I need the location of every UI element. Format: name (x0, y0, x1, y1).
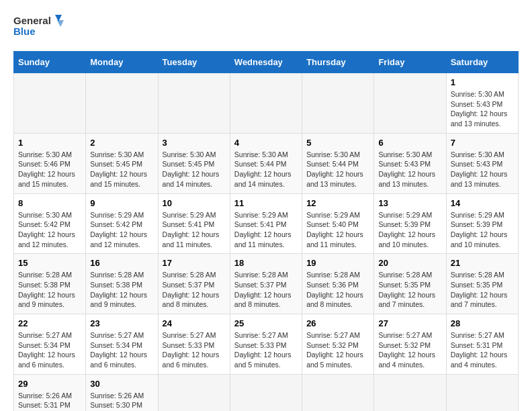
day-number: 15 (18, 258, 81, 268)
calendar-cell: 30Sunrise: 5:26 AMSunset: 5:30 PMDayligh… (86, 374, 158, 411)
day-number: 29 (18, 379, 81, 389)
day-number: 5 (306, 138, 369, 148)
day-number: 20 (378, 258, 441, 268)
day-number: 30 (90, 379, 153, 389)
calendar-cell: 21Sunrise: 5:28 AMSunset: 5:35 PMDayligh… (446, 254, 518, 314)
day-number: 22 (18, 318, 81, 328)
day-number: 14 (451, 198, 514, 208)
calendar-cell: 25Sunrise: 5:27 AMSunset: 5:33 PMDayligh… (230, 314, 302, 375)
day-info: Sunrise: 5:28 AMSunset: 5:38 PMDaylight:… (18, 270, 81, 310)
calendar-cell: 22Sunrise: 5:27 AMSunset: 5:34 PMDayligh… (14, 314, 86, 375)
day-number: 4 (234, 138, 298, 148)
day-info: Sunrise: 5:30 AMSunset: 5:43 PMDaylight:… (378, 150, 441, 189)
week-row-6: 29Sunrise: 5:26 AMSunset: 5:31 PMDayligh… (14, 374, 519, 411)
weekday-header-row: SundayMondayTuesdayWednesdayThursdayFrid… (14, 52, 519, 73)
day-info: Sunrise: 5:30 AMSunset: 5:42 PMDaylight:… (18, 210, 81, 250)
day-info: Sunrise: 5:29 AMSunset: 5:40 PMDaylight:… (306, 210, 369, 250)
weekday-header-wednesday: Wednesday (230, 52, 302, 73)
weekday-header-saturday: Saturday (446, 52, 518, 73)
weekday-header-tuesday: Tuesday (158, 52, 230, 73)
day-number: 26 (306, 318, 369, 328)
calendar-table: SundayMondayTuesdayWednesdayThursdayFrid… (13, 51, 519, 411)
calendar-cell: 27Sunrise: 5:27 AMSunset: 5:32 PMDayligh… (374, 314, 446, 375)
day-info: Sunrise: 5:27 AMSunset: 5:31 PMDaylight:… (451, 330, 514, 370)
day-number: 10 (163, 198, 226, 208)
calendar-cell: 5Sunrise: 5:30 AMSunset: 5:44 PMDaylight… (302, 133, 374, 193)
day-info: Sunrise: 5:27 AMSunset: 5:34 PMDaylight:… (90, 330, 153, 370)
day-number: 17 (163, 258, 226, 268)
day-info: Sunrise: 5:27 AMSunset: 5:32 PMDaylight:… (378, 330, 441, 370)
calendar-cell: 29Sunrise: 5:26 AMSunset: 5:31 PMDayligh… (14, 374, 86, 411)
day-info: Sunrise: 5:29 AMSunset: 5:41 PMDaylight:… (163, 210, 226, 250)
day-info: Sunrise: 5:30 AMSunset: 5:45 PMDaylight:… (90, 150, 153, 189)
day-number: 19 (306, 258, 369, 268)
weekday-header-sunday: Sunday (14, 52, 86, 73)
day-number: 2 (90, 138, 153, 148)
calendar-cell: 2Sunrise: 5:30 AMSunset: 5:45 PMDaylight… (86, 133, 158, 193)
calendar-cell: 18Sunrise: 5:28 AMSunset: 5:37 PMDayligh… (230, 254, 302, 314)
svg-marker-3 (57, 20, 64, 27)
calendar-cell: 10Sunrise: 5:29 AMSunset: 5:41 PMDayligh… (158, 193, 230, 254)
day-info: Sunrise: 5:27 AMSunset: 5:32 PMDaylight:… (306, 330, 369, 370)
svg-text:Blue: Blue (13, 26, 36, 37)
week-row-1: 1Sunrise: 5:30 AMSunset: 5:43 PMDaylight… (14, 73, 519, 134)
calendar-cell (230, 73, 302, 134)
day-number: 18 (234, 258, 298, 268)
calendar-cell: 1Sunrise: 5:30 AMSunset: 5:46 PMDaylight… (14, 133, 86, 193)
calendar-cell (158, 73, 230, 134)
day-info: Sunrise: 5:30 AMSunset: 5:43 PMDaylight:… (451, 150, 514, 189)
day-info: Sunrise: 5:29 AMSunset: 5:39 PMDaylight:… (378, 210, 441, 250)
day-number: 23 (90, 318, 153, 328)
day-info: Sunrise: 5:28 AMSunset: 5:37 PMDaylight:… (163, 270, 226, 310)
calendar-cell: 7Sunrise: 5:30 AMSunset: 5:43 PMDaylight… (446, 133, 518, 193)
calendar-cell: 4Sunrise: 5:30 AMSunset: 5:44 PMDaylight… (230, 133, 302, 193)
page-header: General Blue (13, 13, 519, 40)
day-info: Sunrise: 5:29 AMSunset: 5:41 PMDaylight:… (234, 210, 298, 250)
week-row-2: 1Sunrise: 5:30 AMSunset: 5:46 PMDaylight… (14, 133, 519, 193)
day-info: Sunrise: 5:28 AMSunset: 5:37 PMDaylight:… (234, 270, 298, 310)
calendar-cell: 28Sunrise: 5:27 AMSunset: 5:31 PMDayligh… (446, 314, 518, 375)
calendar-cell: 17Sunrise: 5:28 AMSunset: 5:37 PMDayligh… (158, 254, 230, 314)
day-number: 1 (451, 77, 514, 87)
day-number: 7 (451, 138, 514, 148)
calendar-cell: 12Sunrise: 5:29 AMSunset: 5:40 PMDayligh… (302, 193, 374, 254)
calendar-cell (86, 73, 158, 134)
calendar-cell: 6Sunrise: 5:30 AMSunset: 5:43 PMDaylight… (374, 133, 446, 193)
day-info: Sunrise: 5:28 AMSunset: 5:35 PMDaylight:… (451, 270, 514, 310)
calendar-cell: 1Sunrise: 5:30 AMSunset: 5:43 PMDaylight… (446, 73, 518, 134)
calendar-cell: 20Sunrise: 5:28 AMSunset: 5:35 PMDayligh… (374, 254, 446, 314)
day-info: Sunrise: 5:27 AMSunset: 5:34 PMDaylight:… (18, 330, 81, 370)
day-number: 13 (378, 198, 441, 208)
calendar-cell (446, 374, 518, 411)
calendar-cell: 19Sunrise: 5:28 AMSunset: 5:36 PMDayligh… (302, 254, 374, 314)
logo-svg: General Blue (13, 13, 67, 40)
calendar-cell (158, 374, 230, 411)
weekday-header-thursday: Thursday (302, 52, 374, 73)
day-info: Sunrise: 5:30 AMSunset: 5:43 PMDaylight:… (451, 89, 514, 129)
day-number: 12 (306, 198, 369, 208)
calendar-cell (14, 73, 86, 134)
day-number: 6 (378, 138, 441, 148)
calendar-cell: 16Sunrise: 5:28 AMSunset: 5:38 PMDayligh… (86, 254, 158, 314)
day-info: Sunrise: 5:30 AMSunset: 5:44 PMDaylight:… (306, 150, 369, 189)
day-number: 25 (234, 318, 298, 328)
day-info: Sunrise: 5:28 AMSunset: 5:38 PMDaylight:… (90, 270, 153, 310)
day-info: Sunrise: 5:26 AMSunset: 5:30 PMDaylight:… (90, 391, 153, 411)
day-info: Sunrise: 5:30 AMSunset: 5:46 PMDaylight:… (18, 150, 81, 189)
calendar-cell (302, 73, 374, 134)
day-number: 28 (451, 318, 514, 328)
day-number: 24 (163, 318, 226, 328)
calendar-cell (374, 73, 446, 134)
svg-text:General: General (13, 15, 51, 26)
day-info: Sunrise: 5:28 AMSunset: 5:36 PMDaylight:… (306, 270, 369, 310)
day-number: 3 (163, 138, 226, 148)
calendar-cell: 15Sunrise: 5:28 AMSunset: 5:38 PMDayligh… (14, 254, 86, 314)
day-info: Sunrise: 5:27 AMSunset: 5:33 PMDaylight:… (163, 330, 226, 370)
day-number: 8 (18, 198, 81, 208)
calendar-cell: 24Sunrise: 5:27 AMSunset: 5:33 PMDayligh… (158, 314, 230, 375)
calendar-cell (374, 374, 446, 411)
day-info: Sunrise: 5:30 AMSunset: 5:45 PMDaylight:… (163, 150, 226, 189)
day-info: Sunrise: 5:30 AMSunset: 5:44 PMDaylight:… (234, 150, 298, 189)
calendar-cell: 8Sunrise: 5:30 AMSunset: 5:42 PMDaylight… (14, 193, 86, 254)
weekday-header-monday: Monday (86, 52, 158, 73)
